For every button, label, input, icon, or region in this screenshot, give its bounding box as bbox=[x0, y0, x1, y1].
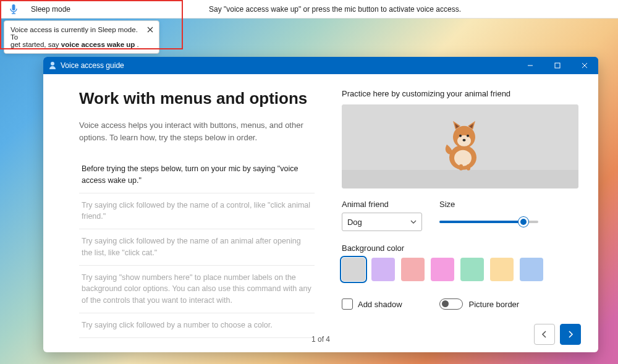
app-icon bbox=[48, 61, 57, 70]
svg-rect-13 bbox=[459, 164, 463, 171]
tooltip-line2b: voice access wake up bbox=[61, 41, 135, 48]
svg-point-7 bbox=[454, 150, 472, 166]
tooltip-close-button[interactable] bbox=[145, 25, 155, 35]
next-button[interactable] bbox=[560, 324, 581, 345]
mic-button[interactable] bbox=[5, 1, 22, 18]
window-titlebar[interactable]: Voice access guide bbox=[43, 57, 598, 74]
color-swatch-0[interactable] bbox=[342, 258, 365, 281]
animal-friend-value: Dog bbox=[347, 218, 362, 227]
voice-status-chip: Sleep mode bbox=[25, 4, 77, 15]
window-controls bbox=[517, 57, 598, 74]
svg-rect-5 bbox=[555, 63, 560, 68]
close-button[interactable] bbox=[571, 57, 598, 74]
maximize-button[interactable] bbox=[544, 57, 571, 74]
size-label: Size bbox=[439, 200, 578, 209]
minimize-icon bbox=[527, 62, 533, 69]
voice-access-bar: Sleep mode Say "voice access wake up" or… bbox=[0, 0, 618, 19]
tooltip-line2c: . bbox=[135, 41, 138, 48]
chevron-down-icon bbox=[410, 220, 417, 224]
color-swatch-6[interactable] bbox=[520, 258, 543, 281]
picture-border-toggle[interactable] bbox=[439, 298, 463, 310]
size-slider[interactable] bbox=[439, 213, 538, 231]
chevron-right-icon bbox=[567, 331, 574, 338]
svg-point-12 bbox=[463, 139, 466, 142]
svg-point-11 bbox=[467, 135, 469, 137]
maximize-icon bbox=[554, 62, 561, 69]
color-swatch-1[interactable] bbox=[371, 258, 395, 281]
animal-friend-label: Animal friend bbox=[342, 200, 422, 209]
close-icon bbox=[582, 62, 588, 69]
page-indicator: 1 of 4 bbox=[311, 335, 330, 344]
color-swatch-5[interactable] bbox=[490, 258, 514, 281]
practice-canvas bbox=[342, 104, 578, 188]
color-swatch-3[interactable] bbox=[431, 258, 454, 281]
step-2: Try saying click followed by the name of… bbox=[79, 193, 315, 230]
chevron-left-icon bbox=[541, 331, 548, 338]
tooltip-line2a: get started, say bbox=[11, 41, 61, 48]
mic-icon bbox=[9, 4, 18, 15]
page-title: Work with menus and options bbox=[79, 89, 315, 108]
tooltip-line1: Voice access is currently in Sleep mode.… bbox=[11, 26, 138, 41]
intro-text: Voice access helps you interact with but… bbox=[79, 119, 315, 143]
add-shadow-checkbox[interactable] bbox=[342, 298, 353, 310]
slider-thumb[interactable] bbox=[519, 217, 528, 227]
svg-rect-0 bbox=[12, 4, 15, 11]
step-1: Before trying the steps below, turn on y… bbox=[79, 157, 315, 193]
voice-hint-text: Say "voice access wake up" or press the … bbox=[77, 5, 618, 14]
animal-image bbox=[432, 111, 488, 176]
svg-rect-14 bbox=[467, 164, 470, 171]
step-3: Try saying click followed by the name of… bbox=[79, 229, 315, 266]
step-4: Try saying "show numbers here" to place … bbox=[79, 266, 315, 313]
color-swatch-2[interactable] bbox=[401, 258, 425, 281]
minimize-button[interactable] bbox=[517, 57, 544, 74]
picture-border-label: Picture border bbox=[469, 300, 520, 309]
animal-friend-dropdown[interactable]: Dog bbox=[342, 213, 422, 231]
practice-title: Practice here by customizing your animal… bbox=[342, 89, 578, 98]
right-pane: Practice here by customizing your animal… bbox=[332, 74, 598, 352]
prev-button[interactable] bbox=[534, 324, 555, 345]
window-title: Voice access guide bbox=[61, 61, 124, 70]
add-shadow-label: Add shadow bbox=[358, 300, 402, 309]
voice-access-guide-window: Voice access guide Work with menus and o… bbox=[43, 57, 598, 352]
color-swatch-4[interactable] bbox=[460, 258, 484, 281]
close-icon bbox=[147, 27, 153, 33]
svg-point-3 bbox=[51, 62, 54, 66]
left-pane: Work with menus and options Voice access… bbox=[43, 74, 332, 352]
color-swatches bbox=[342, 258, 578, 281]
svg-point-10 bbox=[459, 135, 462, 137]
sleep-mode-tooltip: Voice access is currently in Sleep mode.… bbox=[4, 20, 159, 54]
background-color-label: Background color bbox=[342, 243, 578, 253]
step-5: Try saying click followed by a number to… bbox=[79, 313, 315, 338]
steps-list: Before trying the steps below, turn on y… bbox=[79, 157, 315, 338]
